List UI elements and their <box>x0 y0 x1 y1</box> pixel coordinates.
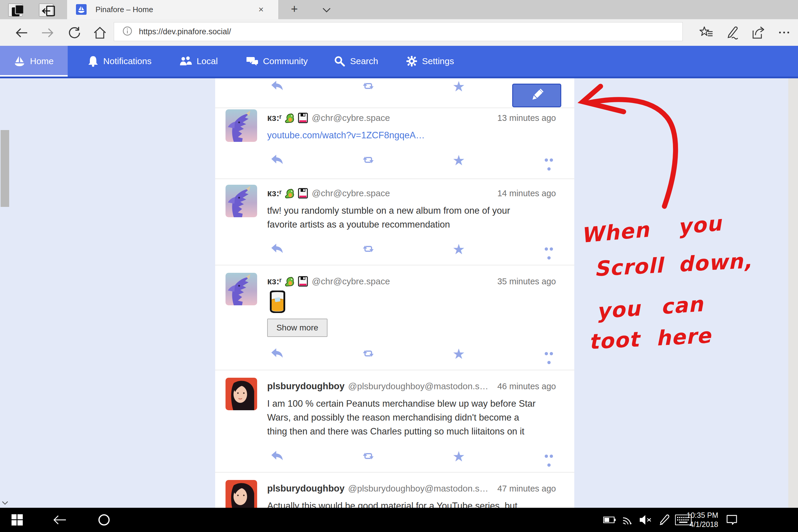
windows-start-icon[interactable] <box>9 508 25 532</box>
browser-tab-bar: Pinafore – Home × + <box>0 0 798 19</box>
nav-item-home[interactable]: Home <box>0 46 68 77</box>
avatar-dragon[interactable] <box>226 109 257 142</box>
toot[interactable]: plsburydoughboy @plsburydoughboy@mastodo… <box>215 378 574 472</box>
nav-item-community[interactable]: Community <box>236 46 318 77</box>
avatar-person[interactable] <box>226 480 257 508</box>
body-line: favorite artists as a youtube recommenda… <box>267 217 566 231</box>
set-aside-tabs-icon[interactable] <box>8 3 22 17</box>
toot-link[interactable]: youtube.com/watch?v=1ZCF8ngqeA… <box>267 130 425 140</box>
toot[interactable]: кз:ʳ @chr@cybre.space 35 minutes ago Sho… <box>215 273 574 370</box>
battery-icon[interactable] <box>602 508 617 532</box>
pen-icon[interactable] <box>657 508 672 532</box>
tab-list-chevron-icon[interactable] <box>321 6 332 14</box>
boost-icon[interactable] <box>361 154 375 167</box>
action-center-icon[interactable] <box>723 508 740 532</box>
timestamp[interactable]: 47 minutes ago <box>497 482 556 495</box>
display-name[interactable]: plsburydoughboy <box>267 483 345 494</box>
browser-tab[interactable]: Pinafore – Home × <box>67 0 279 19</box>
nav-item-settings[interactable]: Settings <box>398 46 462 77</box>
toot-header: plsburydoughboy @plsburydoughboy@mastodo… <box>267 482 556 495</box>
toot-header: кз:ʳ @chr@cybre.space 35 minutes ago <box>267 275 556 288</box>
boost-icon[interactable] <box>361 243 375 256</box>
page-background: ★ кз:ʳ @chr@cybre.space 13 minutes ago <box>0 78 798 508</box>
display-name[interactable]: кз:ʳ <box>267 276 282 287</box>
show-more-button[interactable]: Show more <box>267 319 327 337</box>
nav-item-notifications[interactable]: Notifications <box>77 46 162 77</box>
taskbar-clock[interactable]: 10:35 PM 4/1/2018 <box>675 511 718 529</box>
share-icon[interactable] <box>751 25 765 40</box>
scrollbar-down-arrow-icon[interactable] <box>0 498 10 508</box>
reply-icon[interactable] <box>270 154 285 167</box>
divider <box>215 370 574 370</box>
back-icon[interactable] <box>15 26 29 40</box>
avatar-dragon[interactable] <box>226 185 257 217</box>
nav-item-local[interactable]: Local <box>172 46 225 77</box>
nav-label-settings: Settings <box>422 56 454 66</box>
toot-actions: ★ <box>215 154 574 167</box>
more-options-icon[interactable] <box>542 243 556 256</box>
nav-item-search[interactable]: Search <box>327 46 386 77</box>
cortana-icon[interactable] <box>95 508 113 532</box>
display-name[interactable]: plsburydoughboy <box>267 381 345 392</box>
toot[interactable]: кз:ʳ @chr@cybre.space 13 minutes ago you… <box>215 109 574 178</box>
dragon-emoji <box>284 276 295 287</box>
scrollbar-thumb[interactable] <box>1 130 9 207</box>
home-timeline: ★ кз:ʳ @chr@cybre.space 13 minutes ago <box>215 78 574 508</box>
tumbler-glass-emoji <box>268 290 287 313</box>
reply-icon[interactable] <box>270 347 285 360</box>
avatar-person[interactable] <box>226 378 257 410</box>
boost-icon[interactable] <box>361 80 375 93</box>
handle[interactable]: @plsburydoughboy@mastodon.s… <box>348 483 489 494</box>
tab-title: Pinafore – Home <box>95 0 153 19</box>
wifi-icon[interactable] <box>620 508 635 532</box>
boost-icon[interactable] <box>361 450 375 463</box>
handle[interactable]: @chr@cybre.space <box>312 188 390 198</box>
favorites-hub-icon[interactable] <box>699 25 714 40</box>
reply-icon[interactable] <box>270 450 285 463</box>
boost-icon[interactable] <box>361 347 375 360</box>
more-options-icon[interactable] <box>542 450 556 463</box>
favorite-icon[interactable]: ★ <box>452 347 466 360</box>
dragon-emoji <box>284 113 295 123</box>
forward-icon[interactable] <box>40 26 54 40</box>
toot[interactable]: plsburydoughboy @plsburydoughboy@mastodo… <box>215 480 574 508</box>
favorite-icon[interactable]: ★ <box>452 80 466 93</box>
settings-more-icon[interactable] <box>777 25 792 40</box>
timestamp[interactable]: 13 minutes ago <box>497 112 556 124</box>
new-tab-icon[interactable]: + <box>285 0 303 19</box>
taskbar-back-icon[interactable] <box>51 508 69 532</box>
body-line: Wars, and possibly the reason merchandis… <box>267 411 566 424</box>
page-info-icon[interactable] <box>122 26 132 37</box>
floppy-disk-emoji <box>298 276 308 287</box>
restore-tabs-icon[interactable] <box>39 3 53 17</box>
favorite-icon[interactable]: ★ <box>452 243 466 256</box>
sailboat-icon <box>14 56 25 67</box>
timestamp[interactable]: 46 minutes ago <box>497 380 556 393</box>
browser-toolbar: https://dev.pinafore.social/ <box>0 19 798 46</box>
display-name[interactable]: кз:ʳ <box>267 188 282 198</box>
close-tab-icon[interactable]: × <box>258 0 264 19</box>
compose-toot-button[interactable] <box>512 84 561 107</box>
refresh-icon[interactable] <box>68 26 81 40</box>
web-note-pen-icon[interactable] <box>725 25 740 40</box>
reply-icon[interactable] <box>270 80 285 93</box>
timestamp[interactable]: 35 minutes ago <box>497 275 556 288</box>
handle[interactable]: @plsburydoughboy@mastodon.s… <box>348 381 489 391</box>
more-options-icon[interactable] <box>542 154 556 167</box>
avatar-dragon[interactable] <box>226 273 257 305</box>
favorite-icon[interactable]: ★ <box>452 154 466 167</box>
home-icon[interactable] <box>93 26 107 40</box>
reply-icon[interactable] <box>270 243 285 256</box>
address-bar[interactable]: https://dev.pinafore.social/ <box>114 22 683 41</box>
favorite-icon[interactable]: ★ <box>452 450 466 463</box>
floppy-disk-emoji <box>298 188 308 198</box>
page-scrollbar[interactable] <box>788 78 798 508</box>
handle[interactable]: @chr@cybre.space <box>312 276 390 286</box>
toot[interactable]: кз:ʳ @chr@cybre.space 14 minutes ago tfw… <box>215 185 574 265</box>
url-text[interactable]: https://dev.pinafore.social/ <box>139 27 231 36</box>
more-options-icon[interactable] <box>542 347 556 360</box>
display-name[interactable]: кз:ʳ <box>267 113 282 123</box>
volume-muted-icon[interactable] <box>638 508 654 532</box>
timestamp[interactable]: 14 minutes ago <box>497 187 556 200</box>
handle[interactable]: @chr@cybre.space <box>312 113 390 123</box>
